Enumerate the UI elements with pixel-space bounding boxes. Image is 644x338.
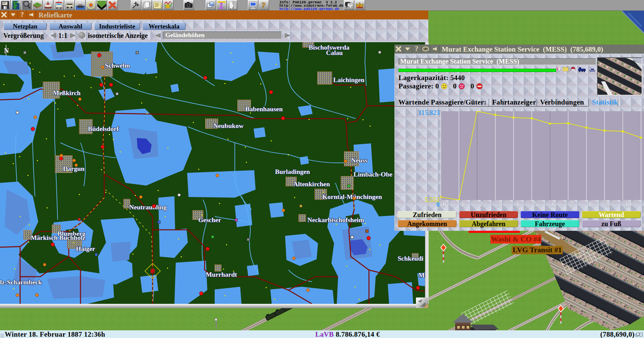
svg-text:Neckarbischofsheim: Neckarbischofsheim: [308, 216, 364, 223]
svg-text:Mu: Mu: [418, 272, 425, 279]
svg-text:Neuss: Neuss: [351, 157, 368, 164]
svg-text:Meßkirch: Meßkirch: [53, 89, 80, 96]
svg-text:Korntal-Münchingen: Korntal-Münchingen: [322, 193, 382, 200]
svg-text:?: ?: [262, 1, 266, 9]
svg-text:?: ?: [415, 45, 418, 52]
svg-text:Burladingen: Burladingen: [275, 168, 310, 175]
svg-text:Haiger: Haiger: [76, 245, 95, 252]
svg-text:Dargun: Dargun: [63, 165, 85, 172]
svg-text:Büdelsdorf: Büdelsdorf: [88, 125, 119, 132]
svg-text:Calau: Calau: [326, 49, 343, 56]
svg-text:Märkisch Buchholz: Märkisch Buchholz: [31, 234, 85, 241]
svg-text:Laichingen: Laichingen: [333, 76, 364, 83]
svg-text:lz-Scharmbeck: lz-Scharmbeck: [0, 279, 42, 286]
svg-text:Neubukow: Neubukow: [213, 122, 244, 129]
svg-text:Neutraubling: Neutraubling: [129, 204, 167, 211]
svg-text:Murrhardt: Murrhardt: [206, 271, 237, 278]
svg-text:N: N: [4, 47, 9, 54]
svg-text:Gescher: Gescher: [198, 216, 221, 223]
svg-text:Limbach-Obe: Limbach-Obe: [354, 171, 392, 178]
svg-text:Altenkirchen: Altenkirchen: [293, 181, 330, 188]
svg-text:?: ?: [20, 11, 24, 18]
svg-text:Schkeudi: Schkeudi: [398, 255, 424, 262]
svg-text:Schwelm: Schwelm: [105, 62, 130, 69]
svg-text:Babenhausen: Babenhausen: [245, 106, 283, 113]
